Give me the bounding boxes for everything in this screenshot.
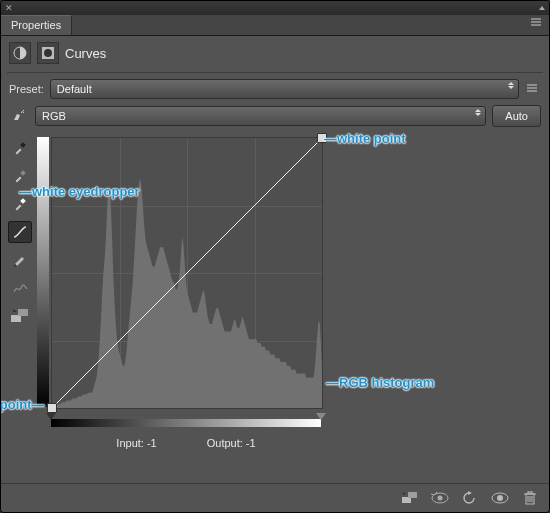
collapse-icon — [539, 6, 545, 10]
smooth-values-tool[interactable] — [8, 277, 32, 299]
mask-icon[interactable] — [37, 42, 59, 64]
panel-body: Curves Preset: Default RGB Auto — [1, 36, 549, 483]
output-readout: Output: -1 — [207, 437, 256, 449]
curve-graph[interactable] — [51, 137, 323, 409]
footer-trash-icon[interactable] — [521, 490, 539, 506]
svg-rect-12 — [11, 315, 21, 322]
on-image-adjust-icon[interactable] — [9, 106, 29, 126]
channel-value: RGB — [42, 110, 66, 122]
white-point-handle[interactable] — [317, 133, 327, 143]
svg-point-18 — [438, 496, 443, 501]
gray-eyedropper-tool[interactable] — [8, 165, 32, 187]
svg-rect-11 — [20, 198, 26, 204]
svg-rect-23 — [528, 491, 532, 493]
smooth-curve-tool[interactable] — [8, 221, 32, 243]
auto-button[interactable]: Auto — [492, 105, 541, 127]
annotation-white-point: —white point — [324, 131, 406, 146]
input-readout: Input: -1 — [116, 437, 156, 449]
curve-graph-area: Input: -1 Output: -1 —white point —RGB h… — [37, 137, 541, 483]
white-eyedropper-tool[interactable] — [8, 193, 32, 215]
panel-menu-grip[interactable] — [539, 6, 545, 10]
svg-rect-10 — [20, 170, 26, 176]
window-titlebar[interactable]: ✕ — [1, 1, 549, 15]
black-point-handle[interactable] — [47, 403, 57, 413]
input-output-readout: Input: -1 Output: -1 — [51, 437, 321, 449]
svg-rect-13 — [18, 309, 28, 316]
panel-flyout-menu[interactable] — [525, 15, 549, 35]
preset-label: Preset: — [9, 83, 44, 95]
footer-reset-icon[interactable] — [461, 490, 479, 506]
tool-column — [9, 137, 31, 483]
preset-row: Preset: Default — [9, 79, 541, 99]
footer-view-previous-icon[interactable] — [431, 490, 449, 506]
panel-footer — [1, 483, 549, 512]
footer-visibility-icon[interactable] — [491, 490, 509, 506]
svg-point-20 — [497, 495, 503, 501]
svg-point-5 — [44, 49, 52, 57]
svg-rect-16 — [408, 492, 417, 498]
rgb-histogram — [52, 138, 322, 408]
preset-menu-button[interactable] — [525, 84, 541, 94]
footer-clip-icon[interactable] — [401, 490, 419, 506]
divider — [7, 72, 543, 73]
svg-rect-9 — [20, 142, 26, 148]
close-icon[interactable]: ✕ — [5, 4, 13, 13]
pencil-curve-tool[interactable] — [8, 249, 32, 271]
properties-panel-window: ✕ Properties Curves Preset: Default — [0, 0, 550, 513]
preset-select[interactable]: Default — [50, 79, 519, 99]
adjustment-heading: Curves — [9, 42, 541, 64]
black-eyedropper-tool[interactable] — [8, 137, 32, 159]
white-input-slider[interactable] — [316, 413, 326, 420]
annotation-rgb-histogram: —RGB histogram — [326, 375, 434, 390]
channel-select[interactable]: RGB — [35, 106, 486, 126]
black-input-slider[interactable] — [46, 413, 56, 420]
clip-to-layer-tool[interactable] — [8, 305, 32, 327]
tab-properties[interactable]: Properties — [1, 15, 72, 35]
curves-main-area: Input: -1 Output: -1 —white point —RGB h… — [9, 137, 541, 483]
preset-value: Default — [57, 83, 92, 95]
output-gradient — [37, 137, 49, 407]
channel-row: RGB Auto — [9, 105, 541, 127]
adjustment-title: Curves — [65, 46, 106, 61]
panel-tab-bar: Properties — [1, 15, 549, 36]
input-gradient — [51, 419, 321, 427]
adjustment-layer-icon[interactable] — [9, 42, 31, 64]
